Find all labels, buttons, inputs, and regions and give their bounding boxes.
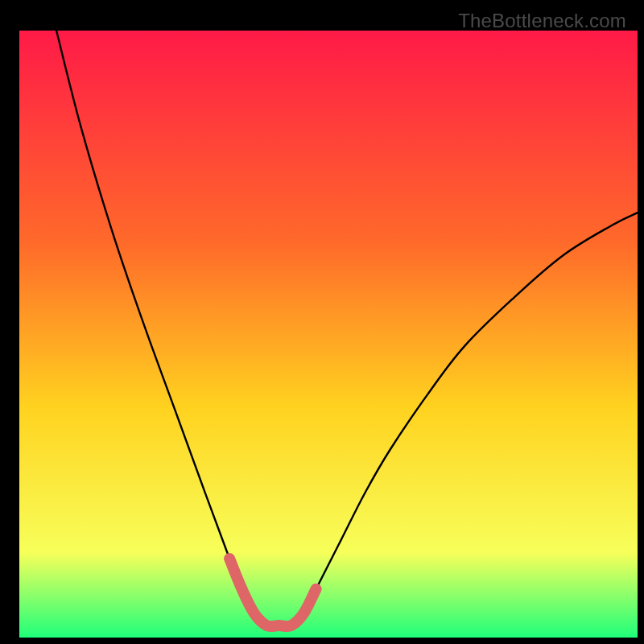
bottleneck-chart [19, 31, 638, 638]
gradient-background [19, 31, 638, 638]
watermark-text: TheBottleneck.com [458, 10, 626, 32]
chart-frame: TheBottleneck.com [6, 6, 638, 638]
plot-area [19, 31, 638, 638]
